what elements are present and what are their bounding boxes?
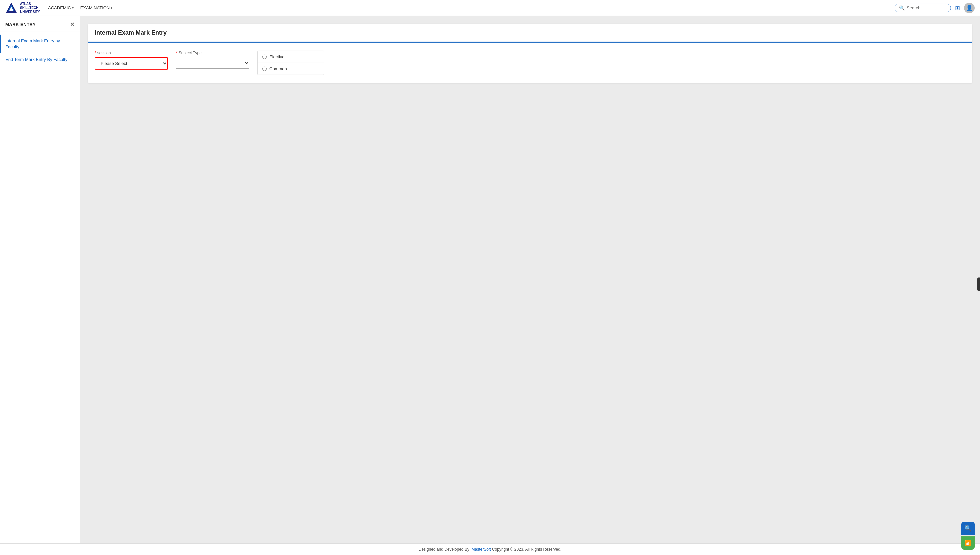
academic-label: ACADEMIC xyxy=(48,5,71,10)
logo: ATLAS SKILLTECH UNIVERSITY xyxy=(5,2,40,14)
radio-common-label: Common xyxy=(269,66,287,71)
sidebar-item-end-term-label: End Term Mark Entry By Faculty xyxy=(5,57,67,62)
radio-elective[interactable] xyxy=(262,55,267,59)
logo-icon xyxy=(5,2,17,14)
subject-type-group: *Subject Type xyxy=(176,51,249,69)
card-header: Internal Exam Mark Entry xyxy=(88,24,972,43)
examination-label: EXAMINATION xyxy=(80,5,110,10)
avatar[interactable]: 👤 xyxy=(964,3,975,13)
sidebar-title: MARK ENTRY xyxy=(5,22,36,27)
top-navigation: ATLAS SKILLTECH UNIVERSITY ACADEMIC ▾ EX… xyxy=(0,0,980,16)
footer-copyright: Copyright © 2023. All Rights Reserved. xyxy=(491,547,562,552)
sidebar-header: MARK ENTRY ✕ xyxy=(0,21,80,32)
radio-elective-label: Elective xyxy=(269,54,285,59)
session-group: *session Please Select xyxy=(95,51,168,70)
radio-option-common[interactable]: Common xyxy=(258,63,324,75)
examination-chevron-icon: ▾ xyxy=(111,6,112,10)
nav-right: 🔍 ⊞ 👤 xyxy=(895,3,975,13)
radio-common[interactable] xyxy=(262,67,267,71)
right-panel-handle[interactable] xyxy=(977,278,980,291)
sidebar-item-internal-exam[interactable]: Internal Exam Mark Entry by Faculty xyxy=(0,35,80,53)
sidebar: MARK ENTRY ✕ Internal Exam Mark Entry by… xyxy=(0,16,80,543)
nav-links: ACADEMIC ▾ EXAMINATION ▾ xyxy=(48,5,895,10)
search-bar[interactable]: 🔍 xyxy=(895,4,951,12)
footer-text: Designed and Developed By: xyxy=(419,547,472,552)
academic-menu[interactable]: ACADEMIC ▾ xyxy=(48,5,74,10)
sidebar-close-button[interactable]: ✕ xyxy=(70,21,74,28)
bottom-widget: 🔍 📶 xyxy=(961,522,975,550)
examination-menu[interactable]: EXAMINATION ▾ xyxy=(80,5,112,10)
academic-chevron-icon: ▾ xyxy=(72,6,74,10)
search-icon: 🔍 xyxy=(899,5,904,11)
main-content: Internal Exam Mark Entry *session Please… xyxy=(80,16,980,543)
session-label: *session xyxy=(95,51,168,55)
sidebar-item-internal-exam-label: Internal Exam Mark Entry by Faculty xyxy=(5,38,60,49)
main-layout: MARK ENTRY ✕ Internal Exam Mark Entry by… xyxy=(0,16,980,543)
grid-icon[interactable]: ⊞ xyxy=(955,4,960,12)
subject-type-select[interactable] xyxy=(176,57,249,69)
sidebar-item-end-term[interactable]: End Term Mark Entry By Faculty xyxy=(0,53,80,66)
session-select[interactable]: Please Select xyxy=(95,57,168,70)
card-title: Internal Exam Mark Entry xyxy=(95,29,167,36)
form-row: *session Please Select *Subject Type xyxy=(95,51,966,75)
subject-type-radio-group: Elective Common xyxy=(257,51,324,75)
footer-link[interactable]: MasterSoft xyxy=(472,547,491,552)
main-card: Internal Exam Mark Entry *session Please… xyxy=(88,24,972,83)
widget-wifi-button[interactable]: 📶 xyxy=(961,536,975,550)
footer: Designed and Developed By: MasterSoft Co… xyxy=(0,543,980,555)
card-body: *session Please Select *Subject Type xyxy=(88,43,972,83)
widget-search-button[interactable]: 🔍 xyxy=(961,522,975,535)
search-input[interactable] xyxy=(907,5,947,10)
radio-option-elective[interactable]: Elective xyxy=(258,51,324,63)
logo-text: ATLAS SKILLTECH UNIVERSITY xyxy=(20,2,40,14)
subject-type-label: *Subject Type xyxy=(176,51,249,55)
